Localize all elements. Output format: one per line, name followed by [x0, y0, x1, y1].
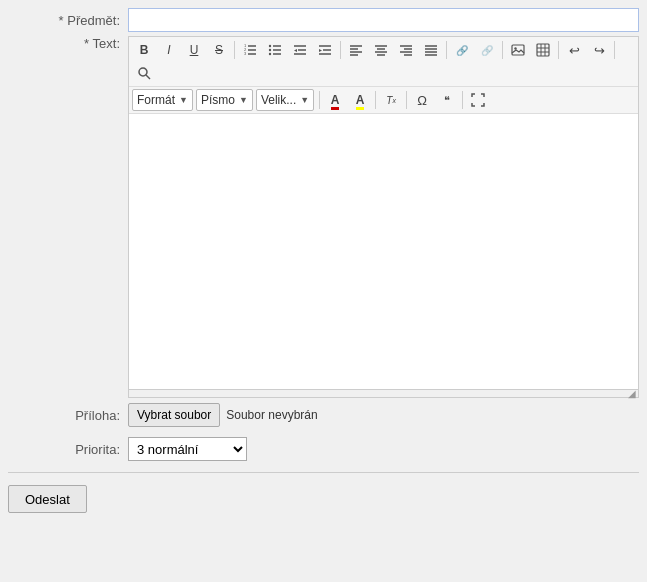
attachment-row: Příloha: Vybrat soubor Soubor nevybrán	[8, 398, 639, 432]
text-label: * Text:	[8, 36, 128, 51]
sep4	[502, 41, 503, 59]
svg-rect-36	[512, 45, 524, 55]
sep1	[234, 41, 235, 59]
editor-resize-bar: ◢	[129, 389, 638, 397]
italic-btn[interactable]: I	[157, 39, 181, 61]
toolbar-row1: B I U S 123	[129, 37, 638, 87]
font-arrow-icon: ▼	[239, 95, 248, 105]
sep7	[319, 91, 320, 109]
attachment-label: Příloha:	[8, 408, 128, 423]
font-color-btn[interactable]: A	[323, 89, 347, 111]
page-wrapper: * Předmět: * Text: B I U S 123	[0, 0, 647, 582]
svg-point-11	[269, 53, 271, 55]
sep5	[558, 41, 559, 59]
font-color-indicator	[331, 107, 340, 110]
justify-btn[interactable]	[419, 39, 443, 61]
align-center-btn[interactable]	[369, 39, 393, 61]
align-left-btn[interactable]	[344, 39, 368, 61]
fullscreen-btn[interactable]	[466, 89, 490, 111]
choose-file-btn[interactable]: Vybrat soubor	[128, 403, 220, 427]
align-right-btn[interactable]	[394, 39, 418, 61]
link-btn[interactable]: 🔗	[450, 39, 474, 61]
priority-row: Priorita: 1 nízká 2 podprůměrná 3 normál…	[8, 432, 639, 466]
unlink-btn[interactable]: 🔗	[475, 39, 499, 61]
priority-select[interactable]: 1 nízká 2 podprůměrná 3 normální 4 nadpr…	[128, 437, 247, 461]
submit-btn[interactable]: Odeslat	[8, 485, 87, 513]
table-btn[interactable]	[531, 39, 555, 61]
sep8	[375, 91, 376, 109]
size-select[interactable]: Velik... ▼	[256, 89, 314, 111]
editor-body[interactable]	[129, 114, 638, 389]
toolbar-row2: Formát ▼ Písmo ▼ Velik... ▼ A	[129, 87, 638, 114]
clear-format-btn[interactable]: Tx	[379, 89, 403, 111]
redo-btn[interactable]: ↪	[587, 39, 611, 61]
bg-color-indicator	[356, 107, 365, 110]
resize-handle-icon[interactable]: ◢	[628, 388, 636, 399]
ordered-list-btn[interactable]: 123	[238, 39, 262, 61]
omega-btn[interactable]: Ω	[410, 89, 434, 111]
quote-btn[interactable]: ❝	[435, 89, 459, 111]
svg-marker-19	[319, 49, 322, 52]
image-btn[interactable]	[506, 39, 530, 61]
sep9	[406, 91, 407, 109]
outdent-btn[interactable]	[288, 39, 312, 61]
indent-btn[interactable]	[313, 39, 337, 61]
predmet-input[interactable]	[128, 8, 639, 32]
sep2	[340, 41, 341, 59]
sep10	[462, 91, 463, 109]
priority-label: Priorita:	[8, 442, 128, 457]
undo-btn[interactable]: ↩	[562, 39, 586, 61]
svg-line-44	[146, 75, 150, 79]
strikethrough-btn[interactable]: S	[207, 39, 231, 61]
divider	[8, 472, 639, 473]
search-btn[interactable]	[132, 62, 156, 84]
svg-rect-38	[537, 44, 549, 56]
bg-color-btn[interactable]: A	[348, 89, 372, 111]
format-arrow-icon: ▼	[179, 95, 188, 105]
sep6	[614, 41, 615, 59]
svg-point-9	[269, 45, 271, 47]
sep3	[446, 41, 447, 59]
svg-marker-15	[294, 49, 297, 52]
size-arrow-icon: ▼	[300, 95, 309, 105]
svg-text:3: 3	[244, 51, 247, 56]
editor-container: B I U S 123	[128, 36, 639, 398]
format-select[interactable]: Formát ▼	[132, 89, 193, 111]
underline-btn[interactable]: U	[182, 39, 206, 61]
file-status: Soubor nevybrán	[226, 408, 317, 422]
svg-point-10	[269, 49, 271, 51]
font-select[interactable]: Písmo ▼	[196, 89, 253, 111]
text-label-row: * Text: B I U S 123	[8, 36, 639, 398]
bold-btn[interactable]: B	[132, 39, 156, 61]
predmet-row: * Předmět:	[8, 8, 639, 32]
unordered-list-btn[interactable]	[263, 39, 287, 61]
svg-point-43	[139, 68, 147, 76]
svg-point-37	[514, 47, 516, 49]
predmet-label: * Předmět:	[8, 13, 128, 28]
submit-row: Odeslat	[8, 479, 639, 519]
